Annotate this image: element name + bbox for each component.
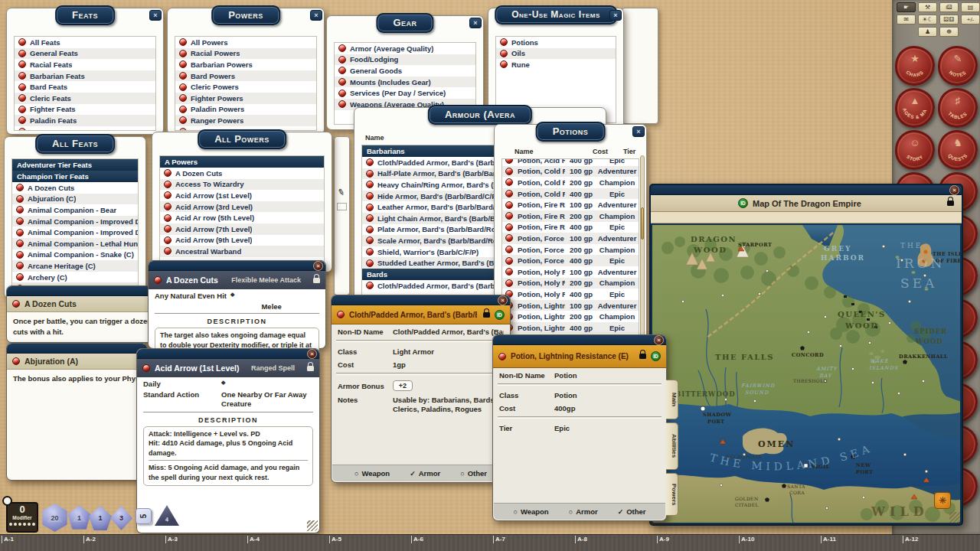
window-bar[interactable]	[7, 286, 158, 296]
modifier-ring-icon[interactable]	[2, 496, 12, 506]
link-orb-icon[interactable]	[16, 273, 24, 281]
scrollbar[interactable]	[640, 155, 645, 339]
link-orb-icon[interactable]	[505, 223, 513, 231]
table-row[interactable]: Potion, Holy Resistance (A 100 gp Advent…	[502, 266, 639, 278]
radio-mark-icon[interactable]: ○	[513, 508, 517, 516]
table-row[interactable]: Potion, Holy Resistance (E 400 gp Epic	[502, 289, 639, 300]
scroll-button[interactable]: ✉	[897, 15, 916, 24]
list-item[interactable]: All Powers	[175, 37, 316, 48]
list-item[interactable]: Rune	[496, 59, 616, 70]
link-orb-icon[interactable]	[366, 259, 374, 267]
link-orb-icon[interactable]	[505, 246, 513, 253]
table-row[interactable]: Potion, Lightning Resistar 100 gp Advent…	[502, 300, 639, 311]
link-orb-icon[interactable]	[338, 56, 346, 64]
radio-option[interactable]: ✓Other	[618, 507, 646, 516]
list-item[interactable]: Arcane Heritage (C)	[12, 260, 138, 272]
list-item[interactable]: Archery (C)	[12, 272, 138, 283]
list-item[interactable]: Armor (Average Quality)	[335, 43, 475, 54]
table-row[interactable]: Potion, Fire Resistance (C 200 gp Champi…	[502, 210, 639, 222]
seal-images-maps[interactable]: ▲IMAGES & MAPS	[895, 88, 935, 128]
table-row[interactable]: Potion, Lightning Resistar 400 gp Epic	[502, 322, 639, 334]
list-item[interactable]: General Goods	[335, 65, 475, 77]
plus-minus-button[interactable]: +/-	[961, 15, 980, 24]
link-orb-icon[interactable]	[505, 158, 513, 164]
settings-gear-button[interactable]: ☸	[939, 27, 959, 37]
link-orb-icon[interactable]	[505, 257, 513, 265]
close-icon[interactable]: ×	[654, 335, 664, 345]
link-orb-icon[interactable]	[179, 94, 187, 102]
link-orb-icon[interactable]	[16, 240, 24, 247]
table-row[interactable]: Potion, Cold Resistance (A 100 gp Advent…	[502, 166, 639, 178]
link-orb-icon[interactable]	[179, 106, 187, 113]
group-bar[interactable]: Adventurer Tier Feats	[12, 159, 138, 171]
window-title-feats[interactable]: Feats	[55, 5, 115, 25]
list-item[interactable]: Acid Arrow (3rd Level)	[160, 201, 324, 213]
list-item[interactable]: Oils	[496, 48, 616, 60]
list-item[interactable]: Cleric Powers	[175, 81, 316, 93]
link-orb-icon[interactable]	[366, 248, 374, 256]
list-item[interactable]: Animal Companion - Improved Dodge	[12, 227, 138, 238]
window-title-gear[interactable]: Gear	[376, 13, 433, 33]
scrollbar-thumb[interactable]	[641, 207, 644, 240]
link-orb-icon[interactable]	[142, 364, 150, 372]
field-value[interactable]: Potion	[554, 371, 660, 380]
toggle-diamond-icon[interactable]: ◆	[230, 292, 319, 300]
table-row[interactable]: Potion, Cold Resistance (C 200 gp Champi…	[502, 177, 639, 188]
group-bar[interactable]: Champion Tier Feats	[12, 171, 138, 182]
list-item[interactable]: Access To Wizardry	[160, 179, 324, 191]
window-bar[interactable]: ×	[137, 349, 319, 359]
link-orb-icon[interactable]	[498, 353, 506, 360]
table-row[interactable]: Potion, Fire Resistance (A 100 gp Advent…	[502, 199, 639, 210]
map-window-bar[interactable]: ×	[651, 185, 962, 195]
list-item[interactable]: Racial Feats	[15, 59, 155, 70]
identified-icon[interactable]: ID	[651, 351, 661, 361]
link-orb-icon[interactable]	[500, 50, 508, 57]
list-item[interactable]: Acid Arrow (1st Level)	[160, 190, 324, 201]
window-title-one-use[interactable]: One-Use Magic Items	[495, 5, 617, 24]
list-item[interactable]: Potions	[496, 37, 616, 48]
dice-roll-button[interactable]: ⚄⚅	[939, 15, 959, 24]
toggle-diamond-icon[interactable]: ◆	[221, 380, 313, 388]
identified-icon[interactable]: ID	[738, 198, 748, 208]
close-icon[interactable]: ×	[149, 10, 162, 21]
field-value[interactable]: Cloth/Padded Armor, Bard's (Barb/Bard/C/…	[393, 328, 504, 336]
list-item[interactable]: A Dozen Cuts	[160, 168, 324, 179]
window-bar[interactable]	[7, 344, 147, 354]
link-orb-icon[interactable]	[179, 116, 187, 124]
pin-box[interactable]	[337, 203, 347, 210]
power-header[interactable]: Acid Arrow (1st Level) Ranged Spell	[137, 359, 319, 377]
list-item[interactable]: General Feats	[15, 48, 155, 60]
item-header[interactable]: Cloth/Padded Armor, Bard's (Barb/Bard/C/…	[332, 305, 510, 324]
link-orb-icon[interactable]	[16, 251, 24, 259]
radio-option[interactable]: ○Weapon	[513, 507, 548, 516]
list-item[interactable]: All Feats	[15, 37, 155, 48]
resize-grip[interactable]	[949, 512, 960, 523]
link-orb-icon[interactable]	[366, 204, 374, 211]
character-button[interactable]: ♟	[918, 27, 937, 37]
link-orb-icon[interactable]	[505, 178, 513, 186]
power-description[interactable]: Attack: Intelligence + Level vs. PD Hit:…	[143, 426, 313, 486]
table-list-button[interactable]: ▤	[961, 2, 980, 12]
lock-icon[interactable]	[483, 312, 490, 318]
list-item[interactable]: Abjuration (C)	[12, 194, 138, 205]
dice-info-button[interactable]: i⚄	[939, 2, 959, 12]
lock-icon[interactable]	[307, 366, 314, 371]
field-value[interactable]: 400gp	[554, 404, 660, 412]
link-orb-icon[interactable]	[338, 100, 346, 108]
link-orb-icon[interactable]	[18, 94, 26, 102]
table-row[interactable]: Potion, Force Resistance ( 400 gp Epic	[502, 255, 639, 266]
field-value[interactable]: Epic	[554, 424, 660, 432]
link-orb-icon[interactable]	[164, 247, 172, 255]
field-value[interactable]: 1gp	[393, 360, 504, 369]
group-bar[interactable]: A Powers	[160, 156, 324, 168]
map-image[interactable]: The Midland Sea DragonWoodStarportGreyHa…	[652, 225, 960, 523]
link-orb-icon[interactable]	[366, 236, 374, 244]
window-bar[interactable]: ×	[493, 335, 666, 345]
die-d8[interactable]: 3	[110, 506, 132, 530]
list-item[interactable]: Barbarian Feats	[15, 70, 155, 82]
link-orb-icon[interactable]	[366, 214, 374, 222]
map-title-bar[interactable]: ID Map Of The Dragon Empire	[651, 195, 962, 212]
link-orb-icon[interactable]	[505, 268, 513, 276]
link-orb-icon[interactable]	[179, 83, 187, 91]
table-row[interactable]: Potion, Cold Resistance (E 400 gp Epic	[502, 188, 639, 200]
